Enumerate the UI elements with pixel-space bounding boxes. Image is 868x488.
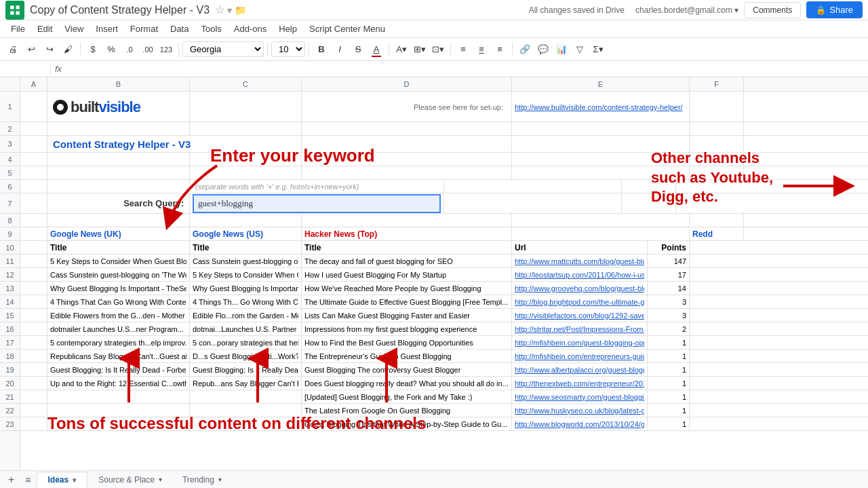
row-num-9[interactable]: 9 [0, 227, 20, 241]
row-num-16[interactable]: 16 [0, 322, 20, 336]
cell-c19[interactable]: Guest Blogging: Is It Really Dead? - For… [190, 363, 302, 376]
row-num-22[interactable]: 22 [0, 404, 20, 417]
cell-f18[interactable]: 1 [648, 350, 690, 362]
align-left-button[interactable]: ≡ [454, 41, 472, 58]
cell-f10[interactable]: Points [648, 241, 690, 254]
cell-e23[interactable]: http://www.blogworld.com/2013/10/24/gues… [512, 417, 648, 430]
cell-d14[interactable]: The Ultimate Guide to Effective Guest Bl… [302, 295, 512, 308]
cell-c20[interactable]: Repub...ans Say Blogger Can't Be Guest a… [190, 377, 302, 390]
row-num-4[interactable]: 4 [0, 153, 20, 166]
col-header-b[interactable]: B [47, 77, 190, 91]
cell-c13[interactable]: Why Guest Blogging Is Important - TheSeq… [190, 282, 302, 295]
cell-b1[interactable]: builtvisible [47, 92, 190, 122]
tab-trending[interactable]: Trending ▾ [173, 472, 231, 487]
chart-button[interactable]: 📊 [553, 41, 570, 58]
cell-e21[interactable]: http://www.seosmarty.com/guest-blogging-… [512, 390, 648, 403]
cell-d20[interactable]: Does Guest blogging really dead? What yo… [302, 377, 512, 390]
underline-button[interactable]: A [368, 41, 385, 58]
cell-d12[interactable]: How I used Guest Blogging For My Startup [302, 268, 512, 281]
col-header-d[interactable]: D [302, 77, 512, 91]
row-num-1[interactable]: 1 [0, 92, 20, 122]
cell-d17[interactable]: How to Find the Best Guest Blogging Oppo… [302, 336, 512, 349]
paint-format-button[interactable]: 🖌 [59, 41, 77, 58]
row-num-23[interactable]: 23 [0, 417, 20, 431]
cell-c15[interactable]: Edible Flo...rom the Garden - Mother Ear… [190, 309, 302, 322]
cell-b16[interactable]: dotmailer Launches U.S...ner Program... [47, 322, 190, 335]
comment-button[interactable]: 💬 [534, 41, 552, 58]
cell-f21[interactable]: 1 [648, 390, 690, 403]
cell-e13[interactable]: http://www.groovehq.com/blog/guest-blogg… [512, 282, 648, 295]
percent-button[interactable]: % [102, 41, 120, 58]
row-num-5[interactable]: 5 [0, 166, 20, 180]
cell-d16[interactable]: Impressions from my first guest blogging… [302, 322, 512, 335]
menu-addons[interactable]: Add-ons [229, 22, 272, 36]
row-num-21[interactable]: 21 [0, 390, 20, 404]
italic-button[interactable]: I [331, 41, 349, 58]
row-num-17[interactable]: 17 [0, 336, 20, 350]
cell-e12[interactable]: http://leostartsup.com/2011/06/how-i-use… [512, 268, 648, 281]
cell-f17[interactable]: 1 [648, 336, 690, 349]
menu-insert[interactable]: Insert [90, 22, 123, 36]
cell-f9[interactable]: Redd [690, 227, 744, 240]
cell-c14[interactable]: 4 Things Th... Go Wrong With Content Mar… [190, 295, 302, 308]
row-num-13[interactable]: 13 [0, 282, 20, 295]
cell-b10[interactable]: Title [47, 241, 190, 254]
cell-f13[interactable]: 14 [648, 282, 690, 295]
cell-c10[interactable]: Title [190, 241, 302, 254]
cell-c6[interactable]: (separate words with '+' e.g. hotels+in+… [190, 180, 444, 193]
cell-b19[interactable]: Guest Blogging: Is It Really Dead - Forb… [47, 363, 190, 376]
cell-f12[interactable]: 17 [648, 268, 690, 281]
cell-e16[interactable]: http://stritar.net/Post/Impressions-From… [512, 322, 648, 335]
row-num-15[interactable]: 15 [0, 309, 20, 322]
cell-e1[interactable]: http://www.builtvisible.com/content-stra… [512, 92, 690, 122]
font-selector[interactable]: Georgia Arial Times New Roman [182, 41, 264, 57]
comments-button[interactable]: Comments [744, 2, 801, 18]
cell-d9[interactable]: Hacker News (Top) [302, 227, 512, 240]
cell-d10[interactable]: Title [302, 241, 512, 254]
cell-b18[interactable]: Republicans Say Blogger Can't...Guest at… [47, 350, 190, 362]
cell-f16[interactable]: 2 [648, 322, 690, 335]
cell-d13[interactable]: How We've Reached More People by Guest B… [302, 282, 512, 295]
row-num-7[interactable]: 7 [0, 193, 20, 214]
cell-b11[interactable]: 5 Key Steps to Consider When Guest Blogg… [47, 255, 190, 267]
cell-f23[interactable]: 1 [648, 417, 690, 430]
tab-menu-button[interactable]: ≡ [21, 472, 35, 488]
align-center-button[interactable]: ≡ [473, 41, 490, 58]
menu-data[interactable]: Data [165, 22, 194, 36]
filter-button[interactable]: ▽ [571, 41, 589, 58]
cell-c9[interactable]: Google News (US) [190, 227, 302, 240]
user-email[interactable]: charles.bordet@gmail.com ▾ [635, 5, 738, 15]
fill-color-button[interactable]: A▾ [393, 41, 410, 58]
cell-d19[interactable]: Guest Blogging The controversy Guest Blo… [302, 363, 512, 376]
cell-e20[interactable]: http://thenextweb.com/entrepreneur/2014/… [512, 377, 648, 390]
search-input[interactable] [193, 194, 441, 213]
cell-b3[interactable]: Content Strategy Helper - V3 [47, 136, 302, 152]
print-button[interactable]: 🖨 [4, 41, 22, 58]
menu-view[interactable]: View [59, 22, 89, 36]
cell-b9[interactable]: Google News (UK) [47, 227, 190, 240]
col-header-c[interactable]: C [190, 77, 302, 91]
row-num-18[interactable]: 18 [0, 350, 20, 363]
cell-e22[interactable]: http://www.huskyseo.co.uk/blog/latest-go… [512, 404, 648, 417]
row-num-8[interactable]: 8 [0, 214, 20, 227]
row-num-3[interactable]: 3 [0, 136, 20, 153]
cell-f19[interactable]: 1 [648, 363, 690, 376]
row-num-19[interactable]: 19 [0, 363, 20, 377]
dollar-button[interactable]: $ [84, 41, 102, 58]
cell-c7[interactable] [190, 193, 444, 213]
strikethrough-button[interactable]: S [349, 41, 367, 58]
function-button[interactable]: Σ▾ [589, 41, 607, 58]
cell-c11[interactable]: Cass Sunstein guest-blogging on 'The Wor… [190, 255, 302, 267]
cell-f14[interactable]: 3 [648, 295, 690, 308]
star-icon[interactable]: ☆ [215, 3, 224, 16]
cell-e19[interactable]: http://www.albertpalacci.org/guest-blogg… [512, 363, 648, 376]
row-num-2[interactable]: 2 [0, 122, 20, 136]
cell-d23[interactable]: Guest Blogging Tips that Work: A Step-by… [302, 417, 512, 430]
cell-b13[interactable]: Why Guest Blogging Is Important - TheSeq… [47, 282, 190, 295]
folder-icon[interactable]: ▾ 📁 [227, 5, 246, 16]
cell-b14[interactable]: 4 Things That Can Go Wrong With Conten..… [47, 295, 190, 308]
border-button[interactable]: ⊞▾ [411, 41, 429, 58]
cell-a1[interactable] [20, 92, 47, 122]
cell-e14[interactable]: http://blog.brightpod.com/the-ultimate-g… [512, 295, 648, 308]
cell-d11[interactable]: The decay and fall of guest blogging for… [302, 255, 512, 267]
